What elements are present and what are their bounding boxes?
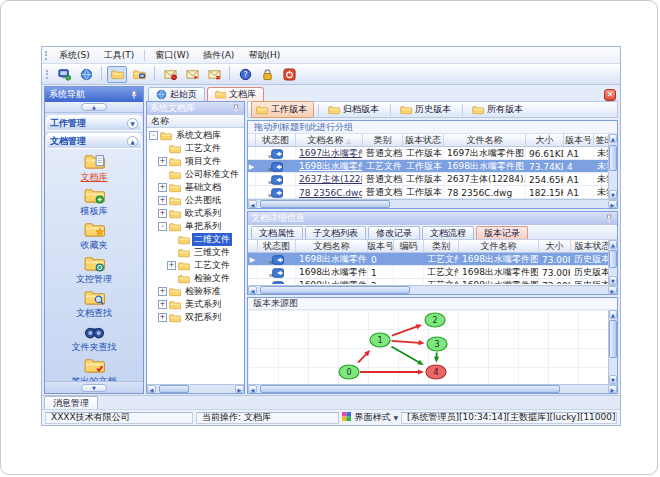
column-header-文档名称[interactable]: 文档名称 xyxy=(296,240,368,253)
table-row[interactable]: w1698出水嘴零件图.dwg2工艺文件1698出水嘴零件图.dwg73.00K… xyxy=(248,279,617,284)
tree-node[interactable]: 检验文件 xyxy=(147,272,244,285)
mail-open-icon[interactable] xyxy=(182,66,202,83)
logout-icon[interactable] xyxy=(279,66,299,83)
collapse-down-button[interactable]: ▼ xyxy=(81,384,107,392)
sidebar-item-文档查找[interactable]: 文档查找 xyxy=(48,289,140,320)
web-icon[interactable] xyxy=(76,66,96,83)
scrollbar-thumb[interactable] xyxy=(609,145,617,171)
menu-item-0[interactable]: 系统(S) xyxy=(53,48,96,63)
tree-node[interactable]: -系统文档库 xyxy=(147,129,244,142)
scroll-right-icon[interactable]: ▶ xyxy=(235,385,244,393)
menu-item-2[interactable]: 窗口(W) xyxy=(149,48,195,63)
column-header-文件名称[interactable]: 文件名称 xyxy=(459,240,539,253)
lock-icon[interactable] xyxy=(257,66,277,83)
ui-style-button[interactable]: 界面样式 ▼ xyxy=(342,411,398,424)
column-header-类别[interactable]: 类别 xyxy=(363,134,403,147)
column-header-编码[interactable]: 编码 xyxy=(394,240,424,253)
column-header-版本状态[interactable]: 版本状态 xyxy=(403,134,444,147)
tree-node[interactable]: 公司标准文件 xyxy=(147,168,244,181)
tree-node[interactable]: -单把系列 xyxy=(147,220,244,233)
scroll-right-icon[interactable]: ▶ xyxy=(608,286,617,294)
scroll-down-icon[interactable]: ▼ xyxy=(609,375,617,384)
tree-toggle-plus[interactable]: + xyxy=(158,183,167,192)
tab-起始页[interactable]: 起始页 xyxy=(148,87,205,101)
pin-icon[interactable] xyxy=(129,90,139,100)
column-header-状态图[interactable]: 状态图 xyxy=(256,134,296,147)
column-header-文件名称[interactable]: 文件名称 xyxy=(444,134,526,147)
tree-node[interactable]: +工艺文件 xyxy=(147,259,244,272)
close-icon[interactable]: ✕ xyxy=(604,89,616,101)
chevron-down-icon[interactable]: ▼ xyxy=(127,118,138,129)
scroll-left-icon[interactable]: ◀ xyxy=(147,385,156,393)
version-graph-canvas[interactable]: 01234 xyxy=(248,310,617,384)
pin-icon[interactable] xyxy=(231,104,241,114)
tree-node[interactable]: +双把系列 xyxy=(147,311,244,324)
scroll-up-icon[interactable]: ▲ xyxy=(609,240,617,249)
table-row[interactable]: w78 2356C.dwg普通文档工作版本78 2356C.dwg182.15K… xyxy=(248,186,617,199)
folder-open-icon[interactable] xyxy=(107,66,127,83)
sidebar-item-文控管理[interactable]: 文控管理 xyxy=(48,255,140,286)
scrollbar-thumb[interactable] xyxy=(260,286,410,294)
collapse-up-button[interactable]: ▲ xyxy=(81,103,107,111)
scroll-up-icon[interactable]: ▲ xyxy=(609,310,617,319)
tree-node[interactable]: 工艺文件 xyxy=(147,142,244,155)
tree-node[interactable]: +检验标准 xyxy=(147,285,244,298)
tree-node[interactable]: 二维文件 xyxy=(147,233,244,246)
tree-node[interactable]: 三维文件 xyxy=(147,246,244,259)
grid-vertical-scrollbar[interactable]: ▲ ▼ xyxy=(608,134,617,199)
scroll-right-icon[interactable]: ▶ xyxy=(608,200,617,208)
tab-文档库[interactable]: 文档库 xyxy=(207,87,264,101)
graph-horizontal-scrollbar[interactable]: ◀ ▶ xyxy=(248,384,617,393)
detail-tab-版本记录[interactable]: 版本记录 xyxy=(476,226,528,239)
detail-horizontal-scrollbar[interactable]: ◀ ▶ xyxy=(248,285,617,294)
tree-node[interactable]: +公共图纸 xyxy=(147,194,244,207)
scrollbar-thumb[interactable] xyxy=(260,200,390,208)
table-row[interactable]: w1697出水嘴零件图.dwg普通文档工作版本1697出水嘴零件图.dwg96.… xyxy=(248,147,617,160)
scroll-down-icon[interactable]: ▼ xyxy=(609,190,617,199)
tree-toggle-plus[interactable]: + xyxy=(158,157,167,166)
mail-icon[interactable] xyxy=(160,66,180,83)
scrollbar-thumb[interactable] xyxy=(260,385,560,393)
column-header-大小[interactable]: 大小 xyxy=(526,134,564,147)
tree-toggle-plus[interactable]: + xyxy=(158,287,167,296)
tree-toggle-plus[interactable]: + xyxy=(158,196,167,205)
table-row[interactable]: w1698出水嘴零件图.dwg1工艺文件1698出水嘴零件图.dwg73.00K… xyxy=(248,266,617,279)
sidebar-group-1[interactable]: 文档管理▲ xyxy=(46,133,142,149)
scroll-left-icon[interactable]: ◀ xyxy=(248,200,257,208)
version-button-归档版本[interactable]: 归档版本 xyxy=(323,101,386,118)
menu-item-3[interactable]: 插件(A) xyxy=(197,48,240,63)
version-node-1[interactable]: 1 xyxy=(370,333,390,347)
sidebar-group-0[interactable]: 工作管理▼ xyxy=(46,115,142,131)
folder-view-icon[interactable] xyxy=(129,66,149,83)
detail-tab-修改记录[interactable]: 修改记录 xyxy=(368,226,420,239)
detail-tab-文档流程[interactable]: 文档流程 xyxy=(422,226,474,239)
version-button-工作版本[interactable]: 工作版本 xyxy=(251,101,314,118)
mail-remove-icon[interactable] xyxy=(204,66,224,83)
help-icon[interactable]: ? xyxy=(235,66,255,83)
version-button-所有版本[interactable]: 所有版本 xyxy=(467,101,530,118)
tree-node[interactable]: +项目文件 xyxy=(147,155,244,168)
version-button-历史版本[interactable]: 历史版本 xyxy=(395,101,458,118)
tree-toggle-plus[interactable]: + xyxy=(158,209,167,218)
version-node-3[interactable]: 3 xyxy=(427,337,447,351)
table-row[interactable]: ▶w1698出水嘴零件图.dwg工艺文件工作版本1698出水嘴零件图.dwg73… xyxy=(248,160,617,173)
detail-tab-文档属性[interactable]: 文档属性 xyxy=(251,226,303,239)
scroll-left-icon[interactable]: ◀ xyxy=(248,286,257,294)
table-row[interactable]: ▶w1698出水嘴零件图.dwg0工艺文件1698出水嘴零件图.dwg73.00… xyxy=(248,253,617,266)
menu-item-4[interactable]: 帮助(H) xyxy=(242,48,286,63)
tree-node[interactable]: +美式系列 xyxy=(147,298,244,311)
version-node-0[interactable]: 0 xyxy=(339,365,359,379)
tab-message-management[interactable]: 消息管理 xyxy=(44,396,98,409)
sidebar-item-模板库[interactable]: 模板库 xyxy=(48,187,140,218)
tree-node[interactable]: +基础文档 xyxy=(147,181,244,194)
column-header-状态图[interactable]: 状态图 xyxy=(258,240,296,253)
version-node-2[interactable]: 2 xyxy=(425,313,445,327)
desktop-icon[interactable] xyxy=(54,66,74,83)
tree-toggle-plus[interactable]: + xyxy=(158,300,167,309)
column-header-版本号[interactable]: 版本号 xyxy=(368,240,394,253)
graph-vertical-scrollbar[interactable]: ▲ ▼ xyxy=(608,310,617,384)
tree-toggle-minus[interactable]: - xyxy=(149,131,158,140)
tree-toggle-minus[interactable]: - xyxy=(158,222,167,231)
detail-tab-子文档列表[interactable]: 子文档列表 xyxy=(305,226,366,239)
sidebar-item-文档库[interactable]: 文档库 xyxy=(48,153,140,184)
